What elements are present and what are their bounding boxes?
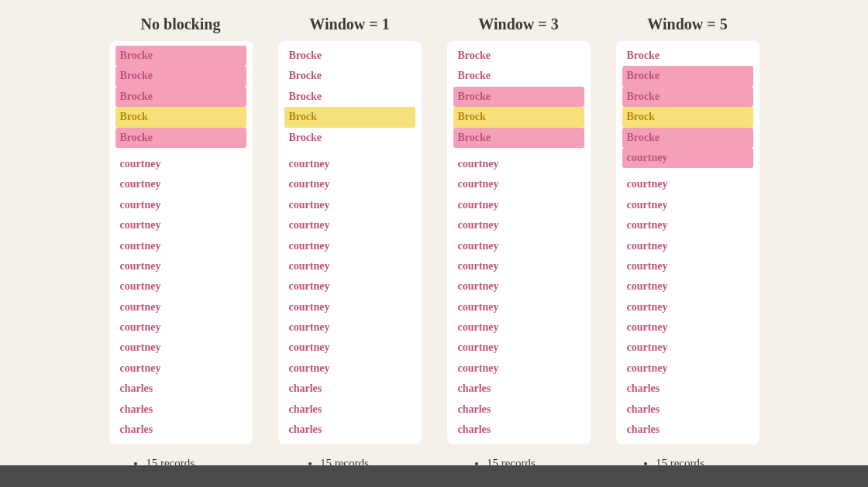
list-item: courtney [284, 215, 415, 235]
main-container: No blockingBrockeBrockeBrockeBrockBrocke… [8, 15, 860, 487]
list-item: courtney [453, 317, 584, 338]
list-item: Brocke [284, 128, 415, 148]
list-item: courtney [284, 276, 415, 297]
list-item: Brocke [115, 128, 246, 148]
list-item: charles [453, 400, 584, 420]
list-item: Brocke [284, 66, 415, 86]
list-item: charles [115, 379, 246, 399]
list-item: charles [622, 400, 753, 420]
list-item: Brock [115, 107, 246, 127]
spacer [453, 148, 584, 154]
list-item: charles [115, 420, 246, 440]
list-item: Brocke [284, 46, 415, 66]
list-item: courtney [453, 174, 584, 194]
list-item: courtney [453, 215, 584, 235]
list-item: courtney [284, 358, 415, 379]
list-item: courtney [622, 174, 753, 194]
list-item: courtney [453, 195, 584, 215]
list-item: Brock [622, 107, 753, 127]
list-item: courtney [115, 174, 246, 194]
list-item: Brocke [622, 128, 753, 148]
list-item: courtney [453, 154, 584, 174]
list-item: courtney [284, 154, 415, 174]
list-item: courtney [115, 256, 246, 276]
list-item: courtney [115, 195, 246, 215]
list-box-window-5: BrockeBrockeBrockeBrockBrockecourtneycou… [616, 41, 760, 444]
list-item: courtney [284, 256, 415, 276]
list-item: courtney [622, 317, 753, 338]
list-item: charles [284, 379, 415, 399]
list-item: Brocke [622, 87, 753, 107]
list-item: Brocke [622, 66, 753, 86]
list-item: charles [622, 420, 753, 440]
list-box-window-1: BrockeBrockeBrockeBrockBrockecourtneycou… [278, 41, 422, 444]
list-item: courtney [115, 276, 246, 297]
list-item: Brocke [115, 46, 246, 66]
list-box-window-3: BrockeBrockeBrockeBrockBrockecourtneycou… [447, 41, 591, 444]
column-window-3: Window = 3BrockeBrockeBrockeBrockBrockec… [441, 15, 596, 487]
column-title-no-blocking: No blocking [141, 15, 221, 33]
list-item: Brocke [622, 46, 753, 66]
list-item: courtney [115, 215, 246, 235]
spacer [622, 168, 753, 174]
column-window-5: Window = 5BrockeBrockeBrockeBrockBrockec… [610, 15, 765, 487]
list-item: courtney [115, 236, 246, 256]
list-item: Brocke [453, 46, 584, 66]
list-item: courtney [115, 317, 246, 338]
list-item: courtney [115, 338, 246, 358]
bottom-bar [0, 465, 868, 487]
spacer [284, 148, 415, 154]
list-item: courtney [622, 236, 753, 256]
list-item: courtney [453, 338, 584, 358]
list-item: Brock [284, 107, 415, 127]
list-item: courtney [284, 174, 415, 194]
list-item: Brocke [453, 66, 584, 86]
list-item: courtney [453, 236, 584, 256]
spacer [115, 148, 246, 154]
list-item: courtney [115, 154, 246, 174]
list-item: courtney [622, 215, 753, 235]
list-item: courtney [453, 276, 584, 297]
list-item: Brocke [115, 66, 246, 86]
column-title-window-5: Window = 5 [647, 15, 727, 33]
list-item: courtney [284, 317, 415, 338]
list-item: courtney [622, 358, 753, 379]
list-item: courtney [622, 148, 753, 168]
list-item: courtney [284, 236, 415, 256]
list-item: Brock [453, 107, 584, 127]
list-item: charles [453, 379, 584, 399]
list-item: courtney [284, 195, 415, 215]
column-title-window-1: Window = 1 [309, 15, 389, 33]
list-item: courtney [622, 276, 753, 297]
list-box-no-blocking: BrockeBrockeBrockeBrockBrockecourtneycou… [109, 41, 253, 444]
list-item: Brocke [453, 87, 584, 107]
list-item: courtney [453, 256, 584, 276]
list-item: charles [453, 420, 584, 440]
list-item: Brocke [453, 128, 584, 148]
list-item: courtney [453, 297, 584, 317]
list-item: courtney [115, 297, 246, 317]
column-title-window-3: Window = 3 [478, 15, 558, 33]
column-no-blocking: No blockingBrockeBrockeBrockeBrockBrocke… [103, 15, 258, 487]
list-item: courtney [622, 195, 753, 215]
list-item: courtney [622, 338, 753, 358]
list-item: Brocke [115, 87, 246, 107]
list-item: charles [115, 400, 246, 420]
list-item: charles [622, 379, 753, 399]
list-item: courtney [284, 297, 415, 317]
column-window-1: Window = 1BrockeBrockeBrockeBrockBrockec… [272, 15, 427, 487]
list-item: charles [284, 420, 415, 440]
list-item: courtney [622, 297, 753, 317]
list-item: courtney [115, 358, 246, 379]
list-item: Brocke [284, 87, 415, 107]
list-item: courtney [284, 338, 415, 358]
list-item: courtney [453, 358, 584, 379]
list-item: charles [284, 400, 415, 420]
list-item: courtney [622, 256, 753, 276]
